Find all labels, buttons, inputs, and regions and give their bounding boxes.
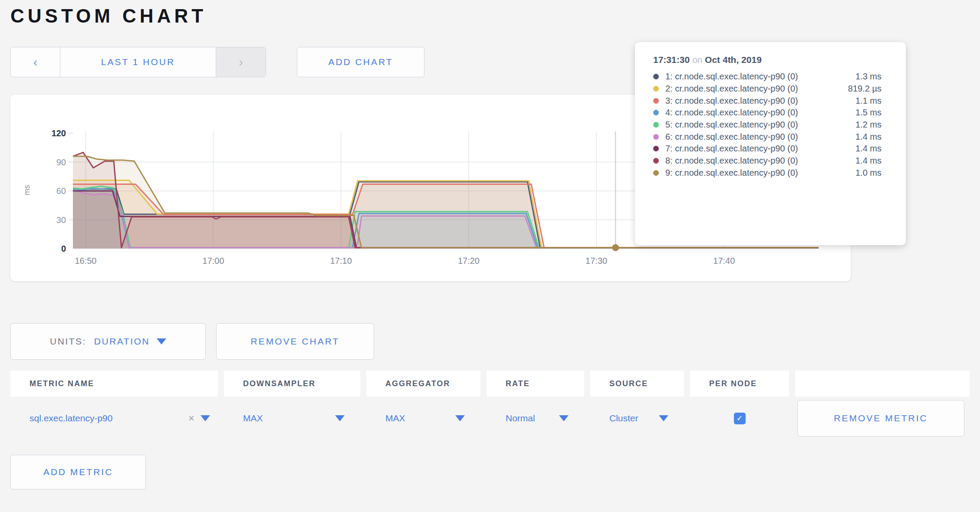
header-downsampler: DOWNSAMPLER <box>224 371 360 397</box>
svg-text:ms: ms <box>23 185 31 195</box>
tooltip-series-row: 3: cr.node.sql.exec.latency-p90 (0)1.1 m… <box>653 95 881 107</box>
series-color-dot <box>653 122 659 128</box>
remove-metric-button[interactable]: REMOVE METRIC <box>797 400 964 437</box>
page-title: CUSTOM CHART <box>10 5 970 27</box>
tooltip-on: on <box>692 55 702 65</box>
metric-row: sql.exec.latency-p90 × MAX MAX Normal Cl… <box>10 397 970 440</box>
series-value: 1.1 ms <box>855 96 881 106</box>
add-chart-button[interactable]: ADD CHART <box>297 47 424 77</box>
chevron-right-icon: › <box>239 55 243 69</box>
units-value: DURATION <box>94 336 150 347</box>
downsampler-dropdown[interactable]: MAX <box>224 413 360 423</box>
series-color-dot <box>653 146 659 151</box>
source-value: Cluster <box>609 413 638 423</box>
svg-text:30: 30 <box>56 215 66 225</box>
series-value: 1.4 ms <box>855 156 881 166</box>
downsampler-value: MAX <box>243 413 263 423</box>
custom-chart-page: CUSTOM CHART ‹ LAST 1 HOUR › ADD CHART 0… <box>0 5 980 489</box>
series-label: 7: cr.node.sql.exec.latency-p90 (0) <box>665 144 855 154</box>
header-rate: RATE <box>487 371 584 397</box>
svg-text:17:00: 17:00 <box>203 256 224 266</box>
header-actions <box>795 371 970 397</box>
series-label: 9: cr.node.sql.exec.latency-p90 (0) <box>665 168 855 178</box>
metrics-table-header: METRIC NAME DOWNSAMPLER AGGREGATOR RATE … <box>10 371 970 397</box>
svg-text:17:30: 17:30 <box>585 256 607 266</box>
checkmark-icon: ✓ <box>736 414 743 423</box>
tooltip-date: Oct 4th, 2019 <box>705 55 762 65</box>
series-value: 1.2 ms <box>855 120 881 130</box>
svg-text:17:20: 17:20 <box>458 256 480 266</box>
time-window-selector: ‹ LAST 1 HOUR › <box>10 47 266 77</box>
svg-text:90: 90 <box>56 158 66 167</box>
svg-text:0: 0 <box>61 244 66 253</box>
series-label: 1: cr.node.sql.exec.latency-p90 (0) <box>665 72 855 82</box>
tooltip-series-row: 1: cr.node.sql.exec.latency-p90 (0)1.3 m… <box>653 71 881 83</box>
units-dropdown[interactable]: UNITS: DURATION <box>10 323 206 360</box>
svg-text:17:40: 17:40 <box>713 256 735 266</box>
series-value: 819.2 µs <box>848 84 881 94</box>
tooltip-series-row: 4: cr.node.sql.exec.latency-p90 (0)1.5 m… <box>653 107 881 119</box>
tooltip-time: 17:31:30 <box>653 55 690 65</box>
tooltip-series-row: 2: cr.node.sql.exec.latency-p90 (0)819.2… <box>653 83 881 95</box>
series-label: 2: cr.node.sql.exec.latency-p90 (0) <box>665 84 848 94</box>
chart-controls-row: UNITS: DURATION REMOVE CHART <box>10 323 970 360</box>
series-label: 8: cr.node.sql.exec.latency-p90 (0) <box>665 156 855 166</box>
series-color-dot <box>653 98 659 104</box>
svg-text:17:10: 17:10 <box>330 256 352 266</box>
per-node-cell: ✓ <box>690 413 789 424</box>
series-value: 1.5 ms <box>855 108 881 118</box>
chart-hover-tooltip: 17:31:30 on Oct 4th, 2019 1: cr.node.sql… <box>635 42 906 245</box>
source-dropdown[interactable]: Cluster <box>590 413 684 423</box>
time-next-button[interactable]: › <box>216 47 266 77</box>
series-label: 6: cr.node.sql.exec.latency-p90 (0) <box>665 132 855 142</box>
series-color-dot <box>653 170 659 176</box>
chevron-down-icon <box>201 415 210 421</box>
series-color-dot <box>653 74 659 79</box>
tooltip-series-row: 5: cr.node.sql.exec.latency-p90 (0)1.2 m… <box>653 119 881 131</box>
series-label: 5: cr.node.sql.exec.latency-p90 (0) <box>665 120 855 130</box>
header-per-node: PER NODE <box>690 371 789 397</box>
metric-name-value: sql.exec.latency-p90 <box>30 413 112 423</box>
header-aggregator: AGGREGATOR <box>366 371 480 397</box>
chevron-down-icon <box>157 338 166 345</box>
add-metric-button[interactable]: ADD METRIC <box>10 455 146 489</box>
aggregator-dropdown[interactable]: MAX <box>366 413 480 423</box>
series-color-dot <box>653 86 659 92</box>
series-value: 1.0 ms <box>855 168 881 178</box>
time-prev-button[interactable]: ‹ <box>11 47 60 77</box>
tooltip-series-row: 7: cr.node.sql.exec.latency-p90 (0)1.4 m… <box>653 143 881 155</box>
metric-actions-cell: REMOVE METRIC <box>795 400 970 437</box>
svg-text:16:50: 16:50 <box>75 256 96 266</box>
remove-chart-button[interactable]: REMOVE CHART <box>216 323 374 360</box>
header-source: SOURCE <box>590 371 684 397</box>
time-range-button[interactable]: LAST 1 HOUR <box>60 47 216 77</box>
chevron-down-icon <box>335 415 345 421</box>
tooltip-series-row: 9: cr.node.sql.exec.latency-p90 (0)1.0 m… <box>653 167 881 179</box>
series-color-dot <box>653 158 659 164</box>
series-label: 3: cr.node.sql.exec.latency-p90 (0) <box>665 96 855 106</box>
rate-value: Normal <box>506 413 535 423</box>
series-value: 1.4 ms <box>855 132 881 142</box>
chevron-down-icon <box>559 415 569 421</box>
tooltip-series-row: 6: cr.node.sql.exec.latency-p90 (0)1.4 m… <box>653 131 881 143</box>
metric-name-dropdown[interactable]: sql.exec.latency-p90 × <box>10 412 218 424</box>
series-value: 1.3 ms <box>855 72 881 82</box>
rate-dropdown[interactable]: Normal <box>487 413 584 423</box>
tooltip-timestamp: 17:31:30 on Oct 4th, 2019 <box>653 53 881 66</box>
chevron-down-icon <box>455 415 465 421</box>
chevron-down-icon <box>659 415 668 421</box>
series-color-dot <box>653 110 659 115</box>
metrics-table: METRIC NAME DOWNSAMPLER AGGREGATOR RATE … <box>10 371 970 489</box>
tooltip-series-row: 8: cr.node.sql.exec.latency-p90 (0)1.4 m… <box>653 155 881 167</box>
series-label: 4: cr.node.sql.exec.latency-p90 (0) <box>665 108 855 118</box>
chevron-left-icon: ‹ <box>33 55 38 69</box>
aggregator-value: MAX <box>385 413 405 423</box>
tooltip-series-list: 1: cr.node.sql.exec.latency-p90 (0)1.3 m… <box>653 71 881 179</box>
per-node-checkbox[interactable]: ✓ <box>734 413 746 424</box>
units-label: UNITS: <box>50 336 86 347</box>
series-value: 1.4 ms <box>855 144 881 154</box>
header-metric-name: METRIC NAME <box>10 371 218 397</box>
svg-text:120: 120 <box>52 128 66 138</box>
series-color-dot <box>653 134 659 140</box>
clear-metric-icon[interactable]: × <box>188 412 194 424</box>
